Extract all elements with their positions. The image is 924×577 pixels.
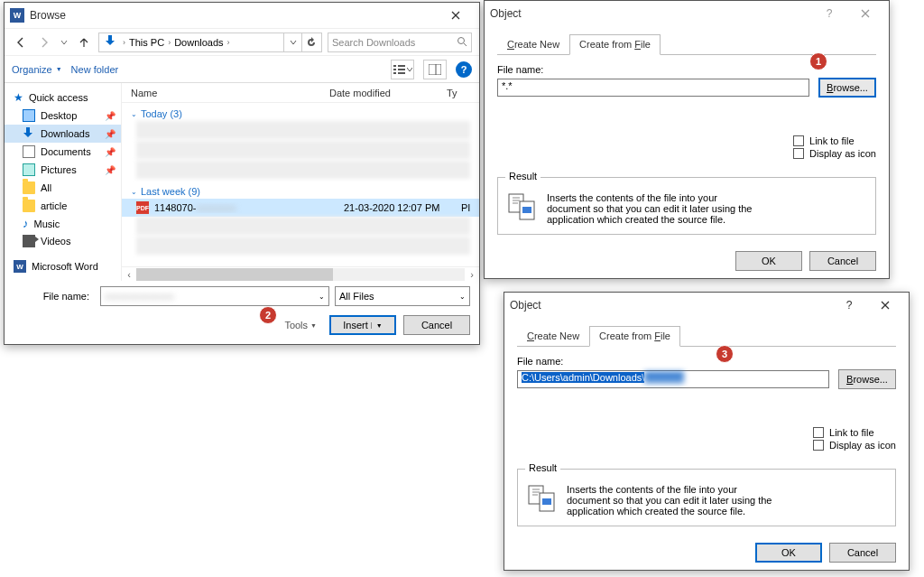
horizontal-scrollbar[interactable]: ‹ › [122,266,479,281]
pdf-icon: PDF [136,201,149,214]
result-legend: Result [505,171,541,181]
downloads-icon [23,127,35,140]
svg-line-3 [464,43,467,46]
word-icon: W [10,8,24,23]
browse-dialog: W Browse › This PC › Downloads › [4,2,480,345]
svg-rect-4 [393,65,396,67]
chevron-down-icon: ⌄ [131,110,137,118]
display-as-icon-checkbox[interactable]: Display as icon [793,148,876,159]
object-dialog-2: Object ? Create New Create from File 3 F… [504,292,910,571]
result-legend: Result [525,462,560,473]
forward-button[interactable] [35,33,53,51]
breadcrumb-dropdown[interactable] [283,33,301,51]
sidebar-item-pictures[interactable]: Pictures📌 [5,161,121,179]
sidebar-item-documents[interactable]: Documents📌 [5,143,121,161]
folder-icon [23,181,35,194]
display-as-icon-checkbox[interactable]: Display as icon [813,440,896,451]
object1-titlebar: Object ? [485,1,889,26]
search-icon [457,36,467,49]
scroll-left-button[interactable]: ‹ [122,269,136,280]
sidebar-item-music[interactable]: ♪ Music [5,215,121,232]
documents-icon [23,145,35,158]
svg-rect-21 [542,498,551,505]
cancel-button[interactable]: Cancel [829,543,896,563]
group-lastweek[interactable]: ⌄ Last week (9) [122,181,479,199]
blurred-file-row[interactable] [136,141,470,159]
toolbar: Organize▼ New folder ? [5,55,479,82]
scroll-thumb[interactable] [136,268,333,281]
up-button[interactable] [75,33,93,51]
browse-button[interactable]: Browse... [818,78,876,98]
tools-dropdown[interactable]: Tools▼ [284,320,317,330]
refresh-button[interactable] [301,33,319,51]
link-to-file-checkbox[interactable]: Link to file [813,427,896,438]
organize-button[interactable]: Organize▼ [12,64,62,75]
ok-button[interactable]: OK [735,251,802,271]
search-input[interactable]: Search Downloads [328,33,472,52]
blurred-file-row[interactable] [136,161,470,179]
svg-rect-16 [522,207,531,213]
sidebar-item-desktop[interactable]: Desktop📌 [5,107,121,125]
insert-button[interactable]: Insert ▼ [329,315,396,335]
group-today[interactable]: ⌄ Today (3) [122,103,479,121]
close-button[interactable] [867,294,903,316]
breadcrumb-thispc[interactable]: This PC [125,37,168,48]
filename-label: File name: [517,356,896,367]
close-button[interactable] [847,3,883,24]
blurred-file-row[interactable] [136,237,470,255]
browse-button[interactable]: Browse... [838,369,896,389]
sidebar-item-quickaccess[interactable]: ★ Quick access [5,88,121,107]
sidebar-item-videos[interactable]: Videos [5,232,121,250]
filename-input[interactable]: *.* [497,79,809,97]
file-pane: Name Date modified Ty ⌄ Today (3) ⌄ Last… [122,83,479,281]
link-to-file-checkbox[interactable]: Link to file [793,135,876,146]
dialog-buttons: OK Cancel [485,244,889,278]
tab-create-new[interactable]: Create New [497,34,569,55]
col-type[interactable]: Ty [447,88,457,98]
svg-rect-6 [393,72,396,74]
cancel-button[interactable]: Cancel [403,315,470,335]
tab-create-new[interactable]: Create New [517,326,589,347]
blurred-file-row[interactable] [136,121,470,139]
col-date[interactable]: Date modified [329,88,447,98]
dialog-buttons: OK Cancel [504,535,909,570]
tab-create-from-file[interactable]: Create from File [589,326,680,347]
close-button[interactable] [438,5,474,26]
breadcrumb-downloads[interactable]: Downloads [171,37,226,48]
filetype-select[interactable]: All Files⌄ [335,286,470,306]
scroll-track[interactable] [136,268,465,281]
help-button[interactable]: ? [831,294,867,316]
filename-row: File name: xxxxxxxxxxxxxx ⌄ All Files⌄ [5,281,479,312]
newfolder-button[interactable]: New folder [71,64,119,75]
recent-dropdown[interactable] [59,33,69,51]
result-box: Result Inserts the contents of the file … [497,177,876,235]
breadcrumb[interactable]: › This PC › Downloads › [98,33,322,52]
cancel-button[interactable]: Cancel [809,251,876,271]
col-name[interactable]: Name [131,88,329,98]
preview-pane-button[interactable] [423,60,447,79]
downloads-icon [105,35,119,50]
scroll-right-button[interactable]: › [465,269,479,280]
chevron-down-icon: ⌄ [131,188,137,196]
file-row-pdf[interactable]: PDF 1148070-xxxxxxxx 21-03-2020 12:07 PM… [122,199,479,217]
svg-rect-8 [398,69,405,70]
column-headers[interactable]: Name Date modified Ty [122,83,479,103]
back-button[interactable] [12,33,30,51]
checkbox-icon [793,135,804,146]
sidebar-item-msword[interactable]: W Microsoft Word [5,257,121,275]
view-icons-button[interactable] [391,60,414,79]
tab-create-from-file[interactable]: Create from File [569,34,661,55]
sidebar-item-article[interactable]: article [5,197,121,215]
sidebar-item-downloads[interactable]: Downloads📌 [5,125,121,143]
filename-input[interactable]: xxxxxxxxxxxxxx ⌄ [100,286,329,306]
help-button[interactable]: ? [811,3,847,24]
checkbox-icon [813,427,824,438]
checkbox-icon [793,148,804,159]
ok-button[interactable]: OK [755,543,822,563]
sidebar-item-all[interactable]: All [5,179,121,197]
result-text: Inserts the contents of the file into yo… [567,484,783,517]
result-icon [507,192,538,223]
filename-input[interactable]: C:\Users\admin\Downloads\xxxxxxxx [517,370,829,388]
help-button[interactable]: ? [456,61,472,78]
blurred-file-row[interactable] [136,217,470,235]
